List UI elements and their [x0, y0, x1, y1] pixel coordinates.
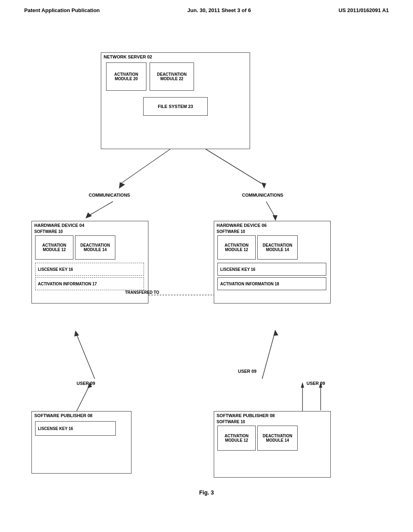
svg-marker-17: [301, 382, 304, 388]
activation-module-12-right-box: ACTIVATION MODULE 12: [217, 235, 256, 260]
deactivation-module-14-pub-box: DEACTIVATION MODULE 14: [257, 426, 298, 451]
activation-module-12-left-label: ACTIVATION MODULE 12: [42, 243, 67, 252]
network-server-box: NETWORK SERVER 02 ACTIVATION MODULE 20 D…: [101, 52, 250, 149]
svg-line-0: [121, 149, 170, 183]
header-right: US 2011/0162091 A1: [338, 7, 389, 13]
svg-marker-11: [74, 330, 79, 337]
header-left: Patent Application Publication: [24, 7, 100, 13]
file-system-23-label: FILE SYSTEM 23: [158, 104, 193, 109]
file-system-23-box: FILE SYSTEM 23: [143, 97, 208, 116]
liscense-key-16-left-box: LISCENSE KEY 16: [35, 263, 144, 276]
page-header: Patent Application Publication Jun. 30, …: [0, 0, 413, 13]
svg-line-2: [206, 149, 261, 183]
deactivation-module-14-left-label: DEACTIVATION MODULE 14: [80, 243, 110, 252]
user-09-right-top-label: USER 09: [238, 369, 257, 374]
network-server-label: NETWORK SERVER 02: [104, 54, 247, 59]
activation-info-17-box: ACTIVATION INFORMATION 17: [35, 277, 144, 290]
liscense-key-16-pub-label: LISCENSE KEY 16: [38, 426, 73, 431]
deactivation-module-14-right-label: DEACTIVATION MODULE 14: [263, 243, 292, 252]
activation-module-12-pub-label: ACTIVATION MODULE 12: [225, 434, 249, 443]
svg-marker-13: [273, 330, 278, 336]
svg-line-6: [266, 202, 274, 216]
software-publisher-08-left-box: SOFTWARE PUBLISHER 08 LISCENSE KEY 16: [31, 411, 131, 474]
liscense-key-16-pub-box: LISCENSE KEY 16: [35, 421, 116, 436]
liscense-key-16-right-box: LISCENSE KEY 16: [217, 263, 326, 276]
activation-module-12-pub-box: ACTIVATION MODULE 12: [217, 426, 256, 451]
user-09-right-label: USER 09: [307, 381, 325, 386]
hardware-device-06-box: HARDWARE DEVICE 06 SOFTWARE 10 ACTIVATIO…: [214, 221, 331, 303]
hardware-device-06-label: HARDWARE DEVICE 06: [217, 223, 328, 228]
activation-info-18-box: ACTIVATION INFORMATION 18: [217, 277, 326, 290]
activation-module-20-box: ACTIVATION MODULE 20: [106, 62, 146, 91]
svg-line-14: [77, 387, 89, 411]
deactivation-module-14-right-box: DEACTIVATION MODULE 14: [257, 235, 298, 260]
liscense-key-16-right-label: LISCENSE KEY 16: [220, 267, 255, 272]
user-09-left-label: USER 09: [77, 381, 95, 386]
svg-line-10: [77, 335, 95, 379]
svg-marker-1: [119, 182, 125, 189]
software-10-pub-right-label: SOFTWARE 10: [217, 420, 328, 424]
hardware-device-04-label: HARDWARE DEVICE 04: [34, 223, 146, 228]
svg-line-4: [89, 202, 113, 216]
software-publisher-08-right-label: SOFTWARE PUBLISHER 08: [217, 413, 328, 418]
communications-right-label: COMMUNICATIONS: [242, 193, 283, 197]
software-10-right-label: SOFTWARE 10: [217, 229, 328, 234]
software-10-left-label: SOFTWARE 10: [34, 229, 146, 234]
header-center: Jun. 30, 2011 Sheet 3 of 6: [188, 7, 251, 13]
activation-module-12-right-label: ACTIVATION MODULE 12: [225, 243, 249, 252]
activation-info-18-label: ACTIVATION INFORMATION 18: [220, 282, 279, 286]
deactivation-module-22-label: DEACTIVATION MODULE 22: [157, 72, 187, 81]
activation-module-20-label: ACTIVATION MODULE 20: [114, 72, 138, 81]
diagram-area: NETWORK SERVER 02 ACTIVATION MODULE 20 D…: [0, 24, 413, 508]
liscense-key-16-left-label: LISCENSE KEY 16: [38, 267, 73, 272]
deactivation-module-22-box: DEACTIVATION MODULE 22: [150, 62, 194, 91]
svg-marker-5: [86, 212, 92, 218]
software-publisher-08-left-label: SOFTWARE PUBLISHER 08: [34, 413, 129, 418]
communications-left-label: COMMUNICATIONS: [89, 193, 130, 197]
deactivation-module-14-pub-label: DEACTIVATION MODULE 14: [263, 434, 292, 443]
svg-marker-7: [273, 215, 277, 221]
activation-info-17-label: ACTIVATION INFORMATION 17: [38, 282, 97, 286]
activation-module-12-left-box: ACTIVATION MODULE 12: [35, 235, 73, 260]
software-publisher-08-right-box: SOFTWARE PUBLISHER 08 SOFTWARE 10 ACTIVA…: [214, 411, 331, 478]
svg-marker-3: [261, 183, 266, 189]
deactivation-module-14-left-box: DEACTIVATION MODULE 14: [75, 235, 115, 260]
transfered-to-label: TRANSFERED TO: [125, 290, 159, 295]
figure-label: Fig. 3: [199, 489, 214, 496]
svg-line-12: [262, 335, 274, 379]
